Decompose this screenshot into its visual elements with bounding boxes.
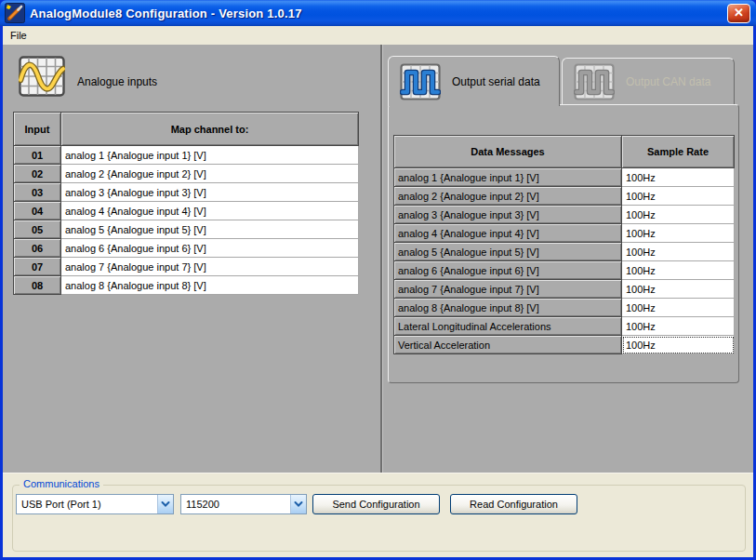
menu-file[interactable]: File bbox=[3, 28, 34, 43]
data-message-cell: Lateral Longitudinal Accelerations bbox=[394, 317, 622, 336]
table-row: Lateral Longitudinal Accelerations 100Hz bbox=[394, 317, 735, 336]
input-number-cell: 02 bbox=[14, 165, 61, 183]
close-button[interactable]: ✕ bbox=[727, 4, 750, 23]
main-area: Analogue inputs Input Map channel to: 01… bbox=[3, 45, 753, 473]
table-row: 07 analog 7 {Analogue input 7} [V] bbox=[14, 258, 359, 276]
sample-rate-cell[interactable]: 100Hz bbox=[622, 299, 735, 317]
map-channel-cell[interactable]: analog 5 {Analogue input 5} [V] bbox=[61, 220, 359, 239]
sample-rate-cell[interactable]: 100Hz bbox=[622, 168, 735, 187]
data-messages-column-header: Data Messages bbox=[394, 136, 622, 168]
tab-label: Output serial data bbox=[452, 75, 540, 88]
table-row: 08 analog 8 {Analogue input 8} [V] bbox=[14, 276, 359, 295]
table-row: analog 7 {Analogue input 7} [V] 100Hz bbox=[394, 280, 735, 299]
table-header-row: Input Map channel to: bbox=[14, 113, 359, 146]
square-wave-grid-icon bbox=[400, 63, 441, 100]
table-row: analog 4 {Analogue input 4} [V] 100Hz bbox=[394, 224, 735, 243]
sample-rate-cell[interactable]: 100Hz bbox=[622, 317, 735, 336]
data-message-cell: analog 1 {Analogue input 1} [V] bbox=[394, 168, 622, 187]
data-message-cell: analog 8 {Analogue input 8} [V] bbox=[394, 299, 622, 317]
table-row: analog 1 {Analogue input 1} [V] 100Hz bbox=[394, 168, 735, 187]
data-message-cell: analog 5 {Analogue input 5} [V] bbox=[394, 243, 622, 261]
table-row: analog 8 {Analogue input 8} [V] 100Hz bbox=[394, 299, 735, 317]
map-channel-cell[interactable]: analog 6 {Analogue input 6} [V] bbox=[61, 239, 359, 258]
close-icon: ✕ bbox=[734, 6, 744, 20]
sample-rate-cell[interactable]: 100Hz bbox=[622, 206, 735, 224]
sample-rate-cell[interactable]: 100Hz bbox=[622, 224, 735, 243]
data-message-cell: analog 6 {Analogue input 6} [V] bbox=[394, 261, 622, 280]
tab-output-serial-data[interactable]: Output serial data bbox=[388, 56, 560, 106]
table-row: Vertical Acceleration 100Hz bbox=[394, 336, 735, 354]
menubar: File bbox=[3, 26, 753, 45]
table-row: 06 analog 6 {Analogue input 6} [V] bbox=[14, 239, 359, 258]
map-channel-cell[interactable]: analog 1 {Analogue input 1} [V] bbox=[61, 146, 359, 165]
titlebar[interactable]: AnalogModule8 Configuration - Version 1.… bbox=[0, 0, 756, 26]
sine-wave-grid-icon bbox=[19, 56, 65, 97]
window-body: File Analogue inputs Input bbox=[0, 26, 756, 560]
communications-group-label: Communications bbox=[20, 478, 103, 489]
sample-rate-column-header: Sample Rate bbox=[622, 136, 735, 168]
input-number-cell: 06 bbox=[14, 239, 61, 258]
input-mapping-table: Input Map channel to: 01 analog 1 {Analo… bbox=[13, 112, 359, 295]
app-icon bbox=[5, 3, 25, 23]
table-row: analog 5 {Analogue input 5} [V] 100Hz bbox=[394, 243, 735, 261]
window-title: AnalogModule8 Configuration - Version 1.… bbox=[30, 7, 302, 20]
map-channel-cell[interactable]: analog 4 {Analogue input 4} [V] bbox=[61, 202, 359, 220]
port-select-value: USB Port (Port 1) bbox=[17, 495, 157, 513]
app-window: AnalogModule8 Configuration - Version 1.… bbox=[0, 0, 756, 560]
table-row: 02 analog 2 {Analogue input 2} [V] bbox=[14, 165, 359, 183]
table-row: 05 analog 5 {Analogue input 5} [V] bbox=[14, 220, 359, 239]
chevron-down-icon[interactable] bbox=[157, 495, 173, 513]
panel-divider bbox=[380, 45, 383, 473]
analogue-inputs-label: Analogue inputs bbox=[77, 75, 157, 88]
map-channel-column-header: Map channel to: bbox=[61, 113, 359, 146]
map-channel-cell[interactable]: analog 8 {Analogue input 8} [V] bbox=[61, 276, 359, 295]
table-row: analog 3 {Analogue input 3} [V] 100Hz bbox=[394, 206, 735, 224]
input-column-header: Input bbox=[14, 113, 61, 146]
tab-output-can-data: Output CAN data bbox=[562, 58, 735, 104]
data-message-cell: analog 3 {Analogue input 3} [V] bbox=[394, 206, 622, 224]
map-channel-cell[interactable]: analog 7 {Analogue input 7} [V] bbox=[61, 258, 359, 276]
input-number-cell: 08 bbox=[14, 276, 61, 295]
chevron-down-icon[interactable] bbox=[290, 495, 306, 513]
sample-rate-cell[interactable]: 100Hz bbox=[622, 187, 735, 206]
input-number-cell: 04 bbox=[14, 202, 61, 220]
sample-rate-cell-focused[interactable]: 100Hz bbox=[622, 336, 735, 354]
table-header-row: Data Messages Sample Rate bbox=[394, 136, 735, 168]
data-message-cell: analog 4 {Analogue input 4} [V] bbox=[394, 224, 622, 243]
input-number-cell: 05 bbox=[14, 220, 61, 239]
table-row: 04 analog 4 {Analogue input 4} [V] bbox=[14, 202, 359, 220]
square-wave-grid-icon-disabled bbox=[574, 63, 615, 100]
data-message-cell: analog 7 {Analogue input 7} [V] bbox=[394, 280, 622, 299]
baud-rate-select[interactable]: 115200 bbox=[180, 494, 307, 514]
map-channel-cell[interactable]: analog 2 {Analogue input 2} [V] bbox=[61, 165, 359, 183]
table-row: analog 2 {Analogue input 2} [V] 100Hz bbox=[394, 187, 735, 206]
table-row: 03 analog 3 {Analogue input 3} [V] bbox=[14, 183, 359, 202]
communications-panel: Communications USB Port (Port 1) 115200 … bbox=[3, 473, 753, 557]
data-message-cell: Vertical Acceleration bbox=[394, 336, 622, 354]
sample-rate-cell[interactable]: 100Hz bbox=[622, 243, 735, 261]
baud-rate-value: 115200 bbox=[181, 495, 290, 513]
sample-rate-cell[interactable]: 100Hz bbox=[622, 261, 735, 280]
serial-messages-table: Data Messages Sample Rate analog 1 {Anal… bbox=[393, 135, 735, 354]
send-configuration-button[interactable]: Send Configuration bbox=[312, 494, 440, 514]
map-channel-cell[interactable]: analog 3 {Analogue input 3} [V] bbox=[61, 183, 359, 202]
input-number-cell: 03 bbox=[14, 183, 61, 202]
input-number-cell: 07 bbox=[14, 258, 61, 276]
port-select[interactable]: USB Port (Port 1) bbox=[16, 494, 174, 514]
table-row: 01 analog 1 {Analogue input 1} [V] bbox=[14, 146, 359, 165]
tab-label: Output CAN data bbox=[626, 75, 710, 88]
sample-rate-cell[interactable]: 100Hz bbox=[622, 280, 735, 299]
table-row: analog 6 {Analogue input 6} [V] 100Hz bbox=[394, 261, 735, 280]
read-configuration-button[interactable]: Read Configuration bbox=[450, 494, 577, 514]
data-message-cell: analog 2 {Analogue input 2} [V] bbox=[394, 187, 622, 206]
input-number-cell: 01 bbox=[14, 146, 61, 165]
